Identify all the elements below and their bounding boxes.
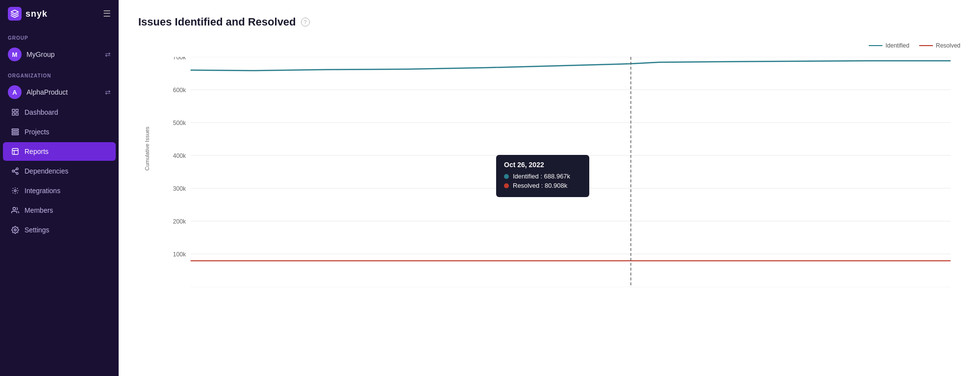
svg-point-10 [16, 173, 18, 175]
logo-icon [8, 7, 22, 21]
svg-text:300k: 300k [173, 185, 186, 192]
chart-inner: 700k 600k 500k 400k 300k 200k 100k Oct 9… [163, 57, 951, 287]
chart-svg: 700k 600k 500k 400k 300k 200k 100k Oct 9… [163, 57, 951, 287]
reports-icon [11, 147, 20, 156]
y-axis-label: Cumulative Issues [144, 161, 150, 171]
group-selector[interactable]: M MyGroup ⇄ [0, 44, 119, 65]
svg-rect-4 [12, 129, 18, 130]
help-icon[interactable]: ? [301, 18, 310, 26]
projects-label: Projects [25, 128, 50, 136]
svg-point-13 [14, 229, 16, 231]
svg-point-8 [16, 168, 18, 170]
group-section-label: GROUP [0, 27, 119, 44]
group-avatar: M [8, 48, 22, 61]
legend-identified-label: Identified [885, 42, 909, 49]
legend-line-identified [869, 45, 882, 46]
svg-rect-3 [12, 113, 15, 115]
members-icon [11, 206, 20, 215]
sidebar: snyk ☰ GROUP M MyGroup ⇄ ORGANIZATION A … [0, 0, 119, 376]
svg-rect-0 [12, 109, 15, 112]
svg-rect-5 [12, 131, 18, 133]
logo-area: snyk ☰ [0, 0, 119, 27]
sidebar-item-integrations[interactable]: Integrations [3, 181, 116, 200]
legend-resolved-label: Resolved [936, 42, 960, 49]
chart-container: Identified Resolved Cumulative Issues [138, 42, 960, 317]
logo: snyk [8, 7, 48, 21]
sidebar-item-settings[interactable]: Settings [3, 221, 116, 239]
projects-icon [11, 127, 20, 136]
dashboard-icon [11, 108, 20, 117]
members-label: Members [25, 206, 53, 214]
svg-rect-2 [16, 113, 18, 115]
sidebar-item-projects[interactable]: Projects [3, 123, 116, 141]
legend-identified: Identified [869, 42, 909, 49]
svg-text:500k: 500k [173, 120, 186, 126]
svg-text:100k: 100k [173, 251, 186, 258]
integrations-label: Integrations [25, 187, 60, 195]
dashboard-label: Dashboard [25, 108, 58, 116]
org-info: A AlphaProduct [8, 85, 68, 99]
hamburger-icon[interactable]: ☰ [103, 8, 111, 19]
svg-point-12 [13, 207, 15, 210]
svg-rect-6 [12, 133, 18, 135]
sidebar-item-members[interactable]: Members [3, 201, 116, 220]
legend-resolved: Resolved [919, 42, 960, 49]
svg-point-11 [14, 190, 16, 192]
sidebar-item-dependencies[interactable]: Dependencies [3, 162, 116, 180]
svg-text:200k: 200k [173, 218, 186, 225]
org-switch-icon[interactable]: ⇄ [105, 88, 111, 96]
org-name: AlphaProduct [26, 88, 68, 96]
integrations-icon [11, 186, 20, 195]
sidebar-item-reports[interactable]: Reports [3, 142, 116, 161]
chart-legend: Identified Resolved [869, 42, 960, 49]
org-selector[interactable]: A AlphaProduct ⇄ [0, 81, 119, 103]
main-content: Issues Identified and Resolved ? Identif… [119, 0, 980, 376]
page-title-row: Issues Identified and Resolved ? [138, 16, 960, 28]
svg-text:400k: 400k [173, 152, 186, 159]
svg-rect-1 [16, 109, 18, 112]
org-avatar: A [8, 85, 22, 99]
svg-point-9 [12, 170, 14, 172]
group-info: M MyGroup [8, 48, 55, 61]
group-switch-icon[interactable]: ⇄ [105, 50, 111, 58]
legend-line-resolved [919, 45, 933, 46]
svg-text:600k: 600k [173, 87, 186, 94]
logo-text: snyk [25, 9, 48, 19]
dependencies-icon [11, 167, 20, 175]
settings-icon [11, 226, 20, 234]
dependencies-label: Dependencies [25, 167, 69, 175]
svg-rect-7 [12, 149, 18, 154]
settings-label: Settings [25, 226, 50, 234]
sidebar-item-dashboard[interactable]: Dashboard [3, 103, 116, 122]
org-section-label: ORGANIZATION [0, 65, 119, 81]
svg-text:700k: 700k [173, 57, 186, 61]
page-title: Issues Identified and Resolved [138, 16, 296, 28]
group-name: MyGroup [26, 50, 55, 58]
reports-label: Reports [25, 148, 49, 155]
